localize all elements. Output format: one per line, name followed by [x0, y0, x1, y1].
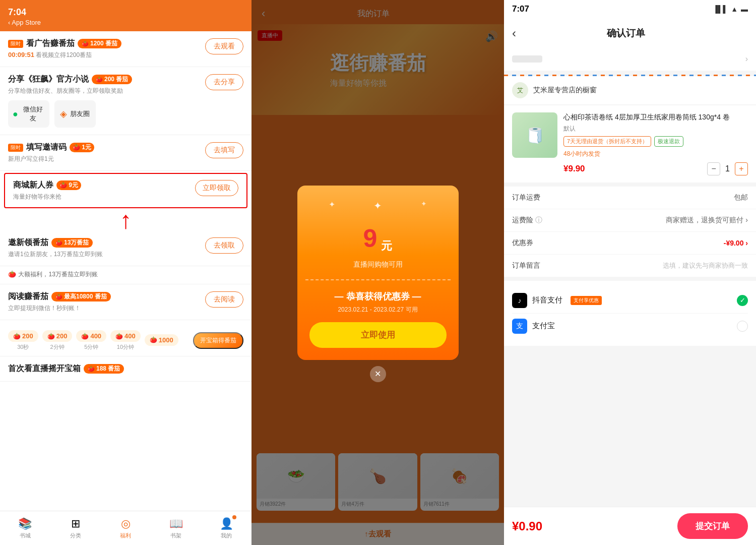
product-price: ¥9.90 [563, 164, 585, 174]
coupon-use-button[interactable]: 立即使用 [309, 322, 447, 348]
panel3-order-confirm: 7:07 ▐▌▌ ▲ ▬ ‹ 确认订单 › 艾 艾米屋专营店的橱窗 🧻 [504, 0, 756, 545]
product-spec: 默认 [563, 125, 748, 133]
nav-profile[interactable]: 👤 我的 [201, 517, 251, 539]
earn-item-1: 200 30秒 [8, 330, 38, 351]
alipay-left: 支 支付宝 [512, 319, 555, 334]
panel3-back-button[interactable]: ‹ [512, 26, 516, 40]
alipay-icon: 支 [512, 319, 527, 334]
total-price: ¥0.90 [512, 519, 542, 533]
battery-icon: ▬ [741, 5, 748, 13]
douyin-pay-row[interactable]: ♪ 抖音支付 支付享优惠 [512, 288, 748, 314]
nav-shelf[interactable]: 📖 书架 [151, 517, 201, 539]
coupon-row[interactable]: 优惠券 -¥9.00 › [504, 232, 756, 255]
shipping-value: 包邮 [734, 193, 748, 202]
coupon-usage: 直播间购物可用 [309, 260, 447, 269]
task-watch-ad: 限时 看广告赚番茄 1200 番茄 00:09:51 看视频立得1200番茄 去… [0, 31, 251, 67]
product-row: 🧻 心相印茶语卷纸 4层加厚卫生纸家用卷筒纸 130g*4 卷 默认 7天无理由… [504, 105, 756, 183]
task-invite-code: 限时 填写邀请码 🍅 1元 新用户写立得1元 去填写 [0, 135, 251, 171]
product-detail: 心相印茶语卷纸 4层加厚卫生纸家用卷筒纸 130g*4 卷 默认 7天无理由退货… [563, 112, 748, 175]
task-invite-friends: 邀新领番茄 13万番茄 邀请1位新朋友，13万番茄立即到账 去领取 [0, 230, 251, 266]
douyin-pay-left: ♪ 抖音支付 支付享优惠 [512, 293, 602, 308]
coupon-unit: 元 [381, 238, 392, 254]
product-thumbnail: 🧻 [512, 112, 557, 158]
qty-increase-button[interactable]: + [735, 162, 748, 175]
order-info-section: 订单运费 包邮 运费险 ⓘ 商家赠送，退换货可赔付 › 优惠券 -¥9.00 › [504, 187, 756, 255]
coupon-top: ✦ ✦ ✦ 9 元 直播间购物可用 [297, 186, 459, 279]
nav-category[interactable]: ⊞ 分类 [50, 517, 101, 539]
invite-extra-desc: 🍅 大额福利，13万番茄立即到账 [0, 266, 251, 284]
task-share-title: 分享《狂飙》官方小说 200 番茄 [8, 74, 205, 85]
coupon-card: ✦ ✦ ✦ 9 元 直播间购物可用 恭喜获得优惠券 2023.02. [297, 186, 459, 360]
panel1-header: 7:04 App Store [0, 0, 251, 31]
coupon-close-button[interactable]: ✕ [370, 366, 386, 382]
open-treasure-button[interactable]: 开宝箱得番茄 [193, 332, 243, 349]
note-label: 订单留言 [512, 261, 540, 270]
alipay-name: 支付宝 [532, 321, 555, 331]
tag-refund: 极速退款 [654, 136, 683, 147]
task-read-earn: 阅读赚番茄 最高10800 番茄 立即提现到微信！秒到账！ 去阅读 [0, 284, 251, 320]
invite-friends-button[interactable]: 去领取 [205, 237, 243, 254]
task-invite-title: 限时 填写邀请码 🍅 1元 [8, 142, 205, 153]
task-mall-coupon: 商城新人券 🍅 9元 海量好物等你来抢 立即领取 [4, 173, 247, 208]
douyin-pay-name: 抖音支付 [532, 295, 562, 305]
panel3-header: ‹ 确认订单 [504, 16, 756, 47]
task-share-desc: 分享给微信好友、朋友圈等，立即领取奖励 [8, 87, 205, 95]
address-bar[interactable]: › [504, 47, 756, 71]
earn-item-3: 400 5分钟 [76, 330, 106, 351]
earn-milestones: 200 30秒 200 2分钟 400 5分钟 400 10分钟 1000 [0, 320, 251, 356]
douyin-icon: ♪ [512, 293, 527, 308]
submit-order-button[interactable]: 提交订单 [677, 513, 748, 539]
bottom-navigation: 📚 书城 ⊞ 分类 ◎ 福利 📖 书架 👤 我的 [0, 511, 251, 545]
mall-coupon-title: 商城新人券 🍅 9元 [13, 180, 195, 191]
share-reward-badge: 200 番茄 [92, 75, 132, 84]
fill-code-button[interactable]: 去填写 [205, 142, 243, 158]
panel1-back-button[interactable]: App Store [8, 19, 243, 26]
ship-info: 48小时内发货 [563, 150, 748, 158]
insurance-value: 商家赠送，退换货可赔付 › [666, 216, 748, 225]
douyin-radio-selected [737, 295, 748, 306]
address-chevron: › [745, 54, 748, 64]
panel1-earn-tasks: 7:04 App Store 限时 看广告赚番茄 1200 番茄 00:09:5… [0, 0, 251, 545]
quantity-control: − 1 + [707, 162, 748, 175]
earn-item-2: 200 2分钟 [42, 330, 73, 351]
welfare-icon: ◎ [121, 517, 131, 530]
shipping-label: 订单运费 [512, 193, 540, 202]
share-button[interactable]: 去分享 [205, 74, 243, 90]
info-icon: ⓘ [535, 216, 542, 225]
reward-badge: 1200 番茄 [78, 39, 121, 48]
tag-return: 7天无理由退货（拆封后不支持） [563, 136, 651, 147]
limit-badge: 限时 [8, 40, 23, 48]
coupon-amount: 9 [363, 216, 380, 256]
panel2-live-shop: ‹ 我的订单 逛街赚番茄 海量好物等你挑 直播中 🔊 ✦ ✦ ✦ [251, 0, 504, 545]
nav-welfare[interactable]: ◎ 福利 [101, 517, 151, 539]
insurance-row[interactable]: 运费险 ⓘ 商家赠送，退换货可赔付 › [504, 209, 756, 232]
panel3-time: 7:07 [512, 4, 529, 14]
signal-icon: ▐▌▌ [713, 5, 728, 13]
arrow-annotation: ↑ [0, 210, 251, 230]
moments-button[interactable]: ◈ 朋友圈 [54, 100, 96, 128]
read-button[interactable]: 去阅读 [205, 291, 243, 308]
task-timer: 00:09:51 看视频立得1200番茄 [8, 51, 205, 59]
last-task-reward: 188 番茄 [84, 364, 124, 374]
panel1-task-list: 限时 看广告赚番茄 1200 番茄 00:09:51 看视频立得1200番茄 去… [0, 31, 251, 511]
category-icon: ⊞ [71, 517, 80, 530]
read-earn-title: 阅读赚番茄 最高10800 番茄 [8, 291, 205, 302]
shipping-row: 订单运费 包邮 [504, 187, 756, 209]
moments-icon: ◈ [60, 108, 67, 119]
wechat-friends-button[interactable]: ● 微信好友 [8, 100, 49, 128]
qty-decrease-button[interactable]: − [707, 162, 720, 175]
nav-bookstore[interactable]: 📚 书城 [0, 517, 50, 539]
claim-coupon-button[interactable]: 立即领取 [195, 180, 238, 196]
payment-section: ♪ 抖音支付 支付享优惠 支 支付宝 [504, 281, 756, 346]
watch-button[interactable]: 去观看 [205, 38, 243, 54]
coupon-bottom: 恭喜获得优惠券 2023.02.21 - 2023.02.27 可用 立即使用 [297, 280, 459, 360]
order-note-row[interactable]: 订单留言 选填，建议先与商家协商一致 [504, 255, 756, 277]
limit-badge2: 限时 [8, 144, 23, 152]
coupon-amount-text: 9 [363, 224, 377, 253]
shelf-icon: 📖 [169, 517, 183, 530]
coupon-value: -¥9.00 › [724, 239, 748, 247]
profile-icon: 👤 [220, 517, 233, 530]
share-options: ● 微信好友 ◈ 朋友圈 [8, 100, 96, 128]
alipay-row[interactable]: 支 支付宝 [512, 314, 748, 339]
insurance-label: 运费险 [512, 216, 533, 225]
